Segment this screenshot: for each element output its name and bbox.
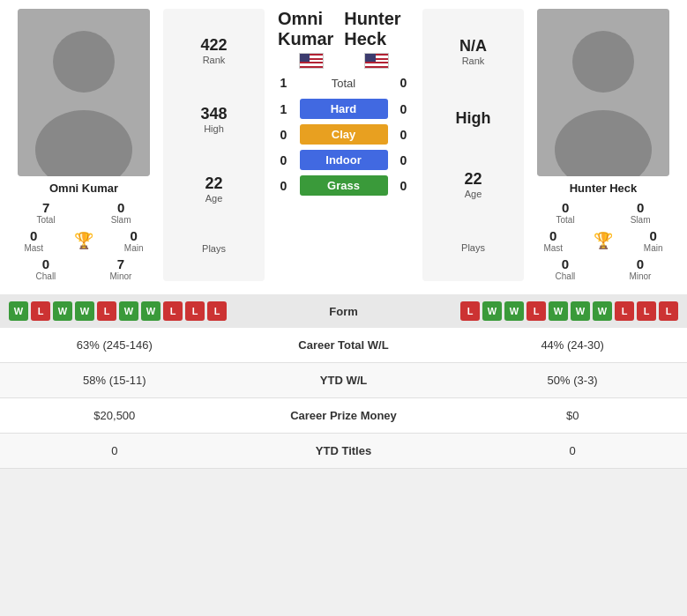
grass-left-score: 0 <box>275 179 293 193</box>
form-badge-w: W <box>593 301 612 321</box>
center-match-area: Omni Kumar Hunter Heck 1 Total 0 1 Hard <box>269 9 418 281</box>
form-badge-l: L <box>615 301 634 321</box>
stat-total-left: 7 Total <box>37 200 56 225</box>
form-section: WLWWLWWLLL Form LWWLWWWLLL <box>0 294 687 328</box>
left-player-title: Omni Kumar <box>278 9 344 49</box>
stat-mast-left: 0 Mast <box>24 228 43 253</box>
stat-chall-left: 0 Chall <box>36 256 56 281</box>
career-stat-right: 44% (24-30) <box>458 328 687 363</box>
left-name-block: Omni Kumar <box>278 9 344 69</box>
grass-badge: Grass <box>300 175 388 196</box>
plays-box-left: Plays <box>202 243 226 254</box>
stat-total-right: 0 Total <box>556 200 575 225</box>
form-badge-l: L <box>97 301 116 321</box>
rank-box-left: 422 Rank <box>200 36 227 65</box>
right-middle-stats: N/A Rank High 22 Age Plays <box>422 9 524 281</box>
form-badge-w: W <box>119 301 138 321</box>
career-stat-row: 0YTD Titles0 <box>0 434 687 469</box>
form-badge-w: W <box>9 301 28 321</box>
form-badge-w: W <box>504 301 524 321</box>
player-left-stats: 7 Total 0 Slam 0 Mast 🏆 0 <box>9 200 159 281</box>
indoor-row: 0 Indoor 0 <box>273 150 414 170</box>
stat-slam-left: 0 Slam <box>111 200 131 225</box>
form-badge-l: L <box>163 301 183 321</box>
hard-left-score: 1 <box>275 102 293 116</box>
form-badge-l: L <box>659 301 678 321</box>
career-stat-right: 50% (3-3) <box>458 363 687 398</box>
players-section: Omni Kumar 7 Total 0 Slam 0 Mast <box>0 0 687 290</box>
stat-main-right: 0 Main <box>644 228 663 253</box>
career-stat-row: $20,500Career Prize Money$0 <box>0 398 687 434</box>
form-badge-l: L <box>460 301 480 321</box>
age-box-right: 22 Age <box>464 170 482 199</box>
hard-badge: Hard <box>300 99 388 119</box>
career-stat-center: Career Prize Money <box>229 398 459 434</box>
career-stat-right: $0 <box>458 398 687 434</box>
form-label: Form <box>329 305 358 318</box>
right-player-title: Hunter Heck <box>344 9 409 49</box>
clay-right-score: 0 <box>395 128 413 142</box>
career-stat-left: 58% (15-11) <box>0 363 229 398</box>
stat-minor-left: 7 Minor <box>109 256 131 281</box>
career-stat-right: 0 <box>458 434 687 469</box>
grass-row: 0 Grass 0 <box>273 175 414 196</box>
high-box-left: 348 High <box>200 105 227 134</box>
stat-main-left: 0 Main <box>124 228 144 253</box>
right-flag <box>364 53 389 69</box>
grass-right-score: 0 <box>395 179 413 193</box>
stat-mast-right: 0 Mast <box>543 228 563 253</box>
player-right: Hunter Heck 0 Total 0 Slam 0 Mast <box>528 9 678 281</box>
form-badge-l: L <box>207 301 227 321</box>
indoor-left-score: 0 <box>275 153 293 167</box>
total-row: 1 Total 0 <box>275 76 413 90</box>
player-right-name: Hunter Heck <box>570 182 638 195</box>
career-stat-row: 63% (245-146)Career Total W/L44% (24-30) <box>0 328 687 363</box>
career-stat-center: Career Total W/L <box>229 328 459 363</box>
svg-point-4 <box>572 31 634 93</box>
career-stats-table: 63% (245-146)Career Total W/L44% (24-30)… <box>0 328 687 469</box>
left-form-badges: WLWWLWWLLL <box>9 301 227 321</box>
form-badge-w: W <box>549 301 568 321</box>
total-left-score: 1 <box>275 76 293 90</box>
left-flag <box>299 53 324 69</box>
player-left-avatar <box>18 9 150 176</box>
form-badge-l: L <box>31 301 50 321</box>
main-container: Omni Kumar 7 Total 0 Slam 0 Mast <box>0 0 687 469</box>
right-name-block: Hunter Heck <box>344 9 409 69</box>
total-label: Total <box>300 77 388 90</box>
form-badge-l: L <box>185 301 205 321</box>
hard-row: 1 Hard 0 <box>273 99 414 119</box>
clay-row: 0 Clay 0 <box>273 124 414 145</box>
player-left-name: Omni Kumar <box>49 182 118 195</box>
trophy-icon-right: 🏆 <box>594 231 613 250</box>
right-form-badges: LWWLWWWLLL <box>460 301 678 321</box>
stats-row-mast-main: 0 Mast 🏆 0 Main <box>9 228 159 253</box>
rank-box-right: N/A Rank <box>459 37 487 66</box>
career-stat-left: 63% (245-146) <box>0 328 229 363</box>
trophy-icon-left: 🏆 <box>74 231 93 250</box>
clay-badge: Clay <box>300 124 388 145</box>
stats-row-mast-main-right: 0 Mast 🏆 0 Main <box>528 228 678 253</box>
form-badge-w: W <box>571 301 590 321</box>
indoor-right-score: 0 <box>395 153 413 167</box>
surface-rows: 1 Hard 0 0 Clay 0 0 Indoor 0 0 Grass <box>269 99 418 196</box>
form-badge-w: W <box>141 301 161 321</box>
clay-left-score: 0 <box>275 128 293 142</box>
hard-right-score: 0 <box>395 102 413 116</box>
stat-slam-right: 0 Slam <box>631 200 651 225</box>
player-right-avatar <box>537 9 669 176</box>
form-badge-l: L <box>526 301 546 321</box>
career-stat-left: 0 <box>0 434 229 469</box>
left-middle-stats: 422 Rank 348 High 22 Age Plays <box>163 9 265 281</box>
form-badge-w: W <box>53 301 72 321</box>
career-stat-center: YTD Titles <box>229 434 459 469</box>
age-box-left: 22 Age <box>205 174 222 204</box>
stats-row-total-slam: 7 Total 0 Slam <box>9 200 159 225</box>
form-badge-w: W <box>75 301 94 321</box>
stats-row-chall-minor: 0 Chall 7 Minor <box>9 256 159 281</box>
stats-row-chall-minor-right: 0 Chall 0 Minor <box>528 256 678 281</box>
player-names-row: Omni Kumar Hunter Heck <box>269 9 418 69</box>
player-right-stats: 0 Total 0 Slam 0 Mast 🏆 0 <box>528 200 678 281</box>
stat-chall-right: 0 Chall <box>556 256 576 281</box>
career-stat-left: $20,500 <box>0 398 229 434</box>
